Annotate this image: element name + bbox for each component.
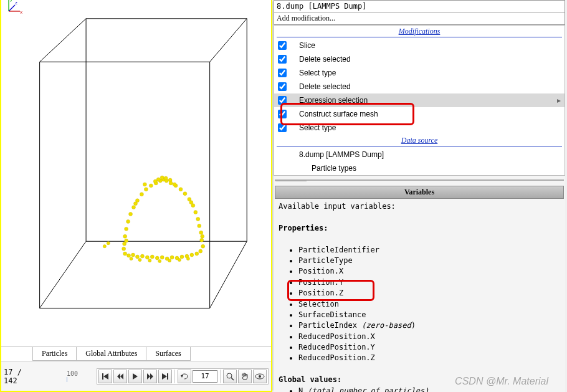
zoom-tool-button[interactable] [223,370,237,383]
var-selection: Selection [298,299,560,310]
pipeline-source-label: 8.dump [LAMMPS Dump] [274,0,565,12]
mod-checkbox[interactable] [278,69,287,77]
watermark: CSDN @Mr. Material [455,376,548,387]
modification-item-select-type-2[interactable]: Select type [274,121,565,135]
step-back-button[interactable] [113,370,127,383]
var-position-z: Position.Z [298,288,560,299]
svg-marker-83 [103,373,108,380]
add-modification-dropdown[interactable]: Add modification... [274,12,565,25]
pan-tool-button[interactable] [238,370,252,383]
frame-indicator: 17 / 142 [4,368,38,385]
goto-end-button[interactable] [158,370,172,383]
modification-item-expression-selection[interactable]: Expression selection ▸ [274,93,565,107]
goto-start-button[interactable] [98,370,112,383]
tab-particles[interactable]: Particles [32,347,77,361]
frame-input[interactable] [193,370,217,383]
expand-icon: ▸ [557,96,561,105]
timeline-ruler[interactable]: 100 [42,369,93,384]
mod-checkbox[interactable] [278,110,287,118]
svg-marker-88 [150,373,153,380]
inspector-tabs: Particles Global Attributes Surfaces [1,347,271,361]
modifications-section-title: Modifications [277,27,562,37]
tab-surfaces[interactable]: Surfaces [146,347,190,361]
play-button[interactable] [128,370,142,383]
horizontal-scrollbar[interactable] [275,179,564,181]
var-position-y: Position.Y [298,277,560,288]
variables-panel-title: Variables [275,186,564,199]
svg-text:y: y [10,0,12,2]
svg-rect-82 [102,373,103,380]
step-forward-button[interactable] [143,370,157,383]
properties-label: Properties: [279,223,560,234]
svg-text:x: x [20,10,22,15]
datasource-file[interactable]: 8.dump [LAMMPS Dump] [274,148,565,161]
variables-panel: Available input variables: Properties: P… [274,199,565,392]
mod-checkbox[interactable] [278,55,287,64]
var-particle-identifier: ParticleIdentifier [298,245,560,256]
svg-text:z: z [15,1,17,6]
var-reduced-position-x: ReducedPosition.X [298,332,560,342]
axis-gizmo: y x z [5,0,271,343]
var-reduced-position-y: ReducedPosition.Y [298,342,560,353]
viewport-panel: y x z Particles Global Attributes Surfac… [0,0,272,392]
scroll-thumb[interactable] [275,180,307,181]
tab-global-attributes[interactable]: Global Attributes [76,347,146,361]
loop-button[interactable] [178,370,191,383]
var-surface-distance: SurfaceDistance [298,310,560,320]
datasource-section-title: Data source [277,136,562,146]
modification-item-delete-selected-2[interactable]: Delete selected [274,80,565,93]
modification-item-select-type[interactable]: Select type [274,66,565,80]
modification-item-construct-surface-mesh[interactable]: Construct surface mesh [274,107,565,121]
datasource-particle-types[interactable]: Particle types [274,161,565,175]
svg-marker-89 [162,373,167,380]
var-particle-type: ParticleType [298,256,560,266]
viewport-3d[interactable]: y x z [1,0,271,347]
svg-marker-85 [120,373,123,380]
svg-marker-86 [133,373,138,380]
svg-line-93 [231,378,234,380]
modification-list: Modifications Slice Delete selected Sele… [274,25,565,176]
svg-point-92 [227,373,232,378]
mod-checkbox[interactable] [278,41,287,50]
var-particle-index: ParticleIndex ((zero-based)zero-based) [298,320,560,331]
visibility-button[interactable] [253,370,267,383]
mod-checkbox[interactable] [278,123,287,132]
svg-rect-90 [167,373,168,380]
svg-line-78 [9,5,15,11]
mod-checkbox[interactable] [278,82,287,91]
mod-checkbox[interactable] [278,96,287,105]
svg-point-95 [259,375,261,378]
pipeline-panel: 8.dump [LAMMPS Dump] Add modification...… [274,0,565,392]
modification-item-slice[interactable]: Slice [274,39,565,52]
modification-item-delete-selected[interactable]: Delete selected [274,52,565,66]
var-reduced-position-z: ReducedPosition.Z [298,353,560,363]
svg-marker-87 [147,373,150,380]
playback-bar: 17 / 142 100 [1,361,271,391]
var-position-x: Position.X [298,266,560,277]
properties-list: ParticleIdentifier ParticleType Position… [279,245,560,364]
playback-controls [97,368,269,385]
svg-marker-84 [117,373,120,380]
available-vars-label: Available input variables: [279,201,560,212]
